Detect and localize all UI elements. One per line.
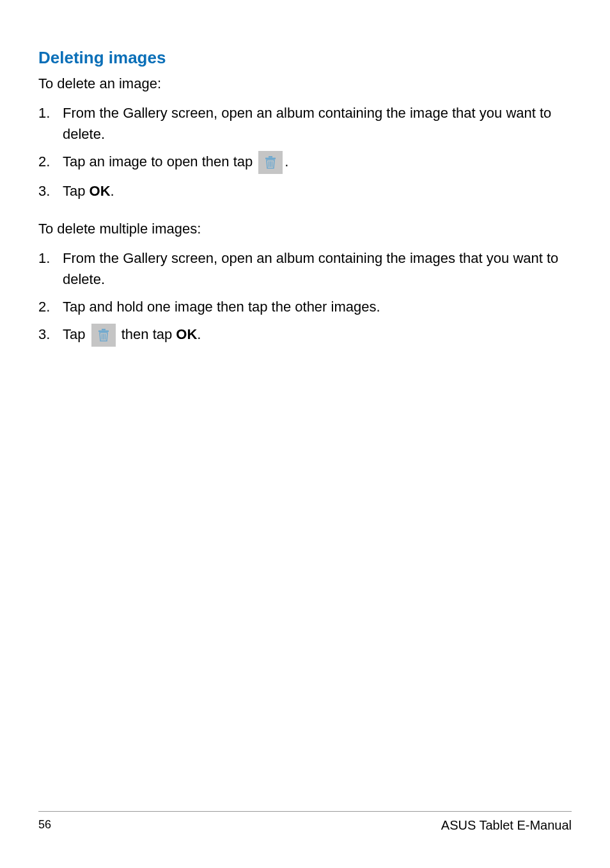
list-item: 1. From the Gallery screen, open an albu… xyxy=(38,248,572,290)
text-fragment: then tap xyxy=(118,326,176,342)
step-number: 3. xyxy=(38,180,63,201)
svg-rect-5 xyxy=(102,329,106,331)
page-number: 56 xyxy=(38,818,51,833)
step-number: 3. xyxy=(38,324,63,345)
list-item: 3. Tap then tap OK. xyxy=(38,324,572,347)
svg-rect-0 xyxy=(269,156,272,158)
step-text: Tap an image to open then tap . xyxy=(63,151,572,174)
svg-rect-6 xyxy=(98,330,109,332)
page-footer: 56 ASUS Tablet E-Manual xyxy=(38,811,572,833)
step-number: 1. xyxy=(38,102,63,123)
svg-rect-1 xyxy=(265,157,276,159)
trash-icon xyxy=(91,324,116,347)
steps-list-2: 1. From the Gallery screen, open an albu… xyxy=(38,248,572,347)
text-fragment: . xyxy=(111,183,114,199)
step-text: Tap and hold one image then tap the othe… xyxy=(63,296,572,317)
step-text: Tap then tap OK. xyxy=(63,324,572,347)
step-text: Tap OK. xyxy=(63,180,572,201)
step-text: From the Gallery screen, open an album c… xyxy=(63,102,572,145)
ok-label: OK xyxy=(176,326,197,342)
list-item: 2. Tap an image to open then tap . xyxy=(38,151,572,174)
list-item: 1. From the Gallery screen, open an albu… xyxy=(38,102,572,145)
text-fragment: Tap an image to open then tap xyxy=(63,154,256,170)
text-fragment: . xyxy=(285,154,288,170)
ok-label: OK xyxy=(90,183,111,199)
step-number: 2. xyxy=(38,151,63,172)
text-fragment: Tap xyxy=(63,326,90,342)
footer-title: ASUS Tablet E-Manual xyxy=(441,818,572,833)
step-text: From the Gallery screen, open an album c… xyxy=(63,248,572,290)
text-fragment: Tap xyxy=(63,183,90,199)
text-fragment: . xyxy=(197,326,201,342)
section-heading: Deleting images xyxy=(38,48,572,68)
list-item: 3. Tap OK. xyxy=(38,180,572,201)
step-number: 1. xyxy=(38,248,63,269)
trash-icon xyxy=(258,151,283,174)
intro-text-1: To delete an image: xyxy=(38,74,572,93)
step-number: 2. xyxy=(38,296,63,317)
intro-text-2: To delete multiple images: xyxy=(38,219,572,239)
steps-list-1: 1. From the Gallery screen, open an albu… xyxy=(38,102,572,201)
list-item: 2. Tap and hold one image then tap the o… xyxy=(38,296,572,317)
